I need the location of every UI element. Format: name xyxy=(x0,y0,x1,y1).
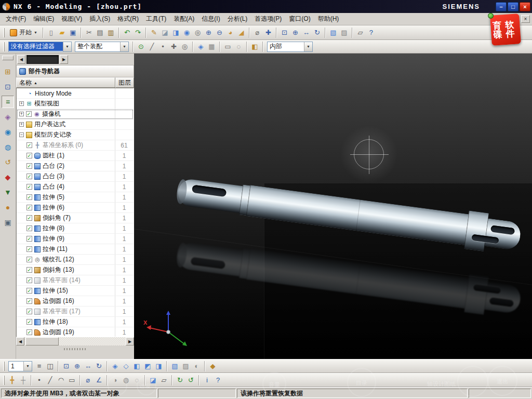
feature-checkbox[interactable]: ✓ xyxy=(26,205,32,210)
chevron-down-icon[interactable]: ▼ xyxy=(23,362,32,371)
toolbar-grip[interactable] xyxy=(3,362,5,371)
close-button[interactable]: × xyxy=(520,2,530,11)
tree-item[interactable]: + ✓ 用户表达式 xyxy=(17,119,134,130)
close-part-icon[interactable]: × xyxy=(521,15,530,23)
roles-icon[interactable]: ● xyxy=(2,201,14,214)
point-icon[interactable]: • xyxy=(34,375,45,385)
menu-item[interactable]: 插入(S) xyxy=(86,13,114,25)
system-scenes-icon[interactable]: ▣ xyxy=(2,216,14,229)
menu-item[interactable]: 编辑(E) xyxy=(30,13,58,25)
object-display-icon[interactable]: ◑ xyxy=(110,375,121,385)
tree-item[interactable]: ✓ 拉伸 (9) 1 xyxy=(17,234,134,244)
resource-bar-grip[interactable] xyxy=(2,56,14,60)
wireframe-icon[interactable]: ▨ xyxy=(180,361,191,371)
measure-distance-icon[interactable]: ⌀ xyxy=(83,375,94,385)
tree-item[interactable]: + ✓ 模型视图 xyxy=(17,99,134,109)
feature-checkbox[interactable]: ✓ xyxy=(26,184,32,190)
feature-checkbox[interactable]: ✓ xyxy=(26,225,32,231)
tree-item[interactable]: ✓ 拉伸 (6) 1 xyxy=(17,203,134,213)
information-icon[interactable]: i xyxy=(202,375,212,385)
history-palette-icon[interactable]: ↺ xyxy=(2,156,14,168)
panel-resize-grip[interactable] xyxy=(16,345,134,353)
start-menu-button[interactable]: 开始 ▼ xyxy=(7,27,41,38)
feature-checkbox[interactable]: ✓ xyxy=(26,111,32,117)
studio-render-icon[interactable]: ◐ xyxy=(191,361,202,371)
feature-checkbox[interactable]: ✓ xyxy=(26,142,32,148)
snap-point-icon[interactable]: ⊙ xyxy=(136,41,147,52)
feature-checkbox[interactable]: ✓ xyxy=(26,329,32,335)
front-view-icon[interactable]: ◧ xyxy=(131,361,142,371)
paste-icon[interactable]: ▥ xyxy=(105,27,116,38)
end-point-icon[interactable]: ╱ xyxy=(147,41,157,52)
rotate-icon[interactable]: ↻ xyxy=(94,361,104,371)
feature-checkbox[interactable]: ✓ xyxy=(26,319,32,325)
part-navigator-icon[interactable]: ≡ xyxy=(2,96,14,108)
minimize-button[interactable]: – xyxy=(496,2,507,11)
chevron-down-icon[interactable]: ▼ xyxy=(120,42,128,51)
menu-item[interactable]: 格式(R) xyxy=(114,13,142,25)
tree-item[interactable]: − ✓ 模型历史记录 xyxy=(17,130,134,140)
tree-item[interactable]: + ✓ 摄像机 xyxy=(17,109,134,119)
measure-icon[interactable]: ⌀ xyxy=(252,27,263,38)
tree-item[interactable]: ✓ History Mode xyxy=(17,88,134,99)
scrollbar-thumb[interactable] xyxy=(25,337,59,345)
cut-icon[interactable]: ✂ xyxy=(84,27,95,38)
clip-section-icon[interactable]: ◆ xyxy=(207,361,218,371)
edge-blend-icon[interactable]: ◕ xyxy=(225,27,236,38)
tab-scroll-left-icon[interactable]: ◀ xyxy=(17,55,25,64)
new-file-icon[interactable]: ▯ xyxy=(46,27,57,38)
feature-checkbox[interactable]: ✓ xyxy=(26,163,32,169)
refresh-icon[interactable]: ↻ xyxy=(175,375,185,385)
chamfer-icon[interactable]: ◢ xyxy=(236,27,247,38)
move-object-icon[interactable]: ✚ xyxy=(263,27,274,38)
sketch-icon[interactable]: ✎ xyxy=(149,27,159,38)
pan-icon[interactable]: ↔ xyxy=(83,361,94,371)
update-display-icon[interactable]: ↺ xyxy=(185,375,196,385)
datum-plane-icon[interactable]: ◪ xyxy=(159,27,170,38)
tree-item[interactable]: ✓ 凸台 (2) 1 xyxy=(17,161,134,171)
shaft-section-right[interactable] xyxy=(484,218,522,250)
menu-item[interactable]: 首选项(P) xyxy=(251,13,285,25)
feature-checkbox[interactable]: ✓ xyxy=(26,277,32,283)
tree-item[interactable]: ✓ 拉伸 (8) 1 xyxy=(17,223,134,234)
tree-item[interactable]: ✓ 拉伸 (11) 1 xyxy=(17,244,134,255)
feature-checkbox[interactable]: ✓ xyxy=(26,236,32,242)
tree-item[interactable]: ✓ 圆柱 (1) 1 xyxy=(17,151,134,161)
reuse-library-icon[interactable]: ◈ xyxy=(2,111,14,123)
rotate-view-icon[interactable]: ↻ xyxy=(312,27,323,38)
arc-icon[interactable]: ◠ xyxy=(56,375,66,385)
range-combo[interactable]: 内部 ▼ xyxy=(267,42,313,52)
selection-filter-combo[interactable]: 没有选择过滤器 ▼ xyxy=(8,42,72,52)
menu-item[interactable]: 文件(F) xyxy=(2,13,30,25)
rect-select-icon[interactable]: ▭ xyxy=(222,41,233,52)
feature-checkbox[interactable]: ✓ xyxy=(26,215,32,221)
layer-settings-icon[interactable]: ≡ xyxy=(34,361,45,371)
immediate-hide-icon[interactable]: ◌ xyxy=(131,375,142,385)
open-icon[interactable]: ▰ xyxy=(57,27,68,38)
tree-item[interactable]: ✓ 基准平面 (14) 1 xyxy=(17,275,134,286)
zoom-in-icon[interactable]: ⊕ xyxy=(290,27,301,38)
internet-browser-icon[interactable]: ◍ xyxy=(2,141,14,153)
menu-item[interactable]: 帮助(H) xyxy=(314,13,343,25)
menu-item[interactable]: 工具(T) xyxy=(142,13,170,25)
expand-toggle-icon[interactable]: − xyxy=(19,132,24,137)
pan-icon[interactable]: ↔ xyxy=(301,27,312,38)
feature-checkbox[interactable]: ✓ xyxy=(26,309,32,314)
tree-item[interactable]: ✓ 基准平面 (17) 1 xyxy=(17,307,134,317)
unite-icon[interactable]: ⊕ xyxy=(203,27,214,38)
intersection-icon[interactable]: ✚ xyxy=(168,41,179,52)
layer-visible-icon[interactable]: ◫ xyxy=(45,361,56,371)
feature-checkbox[interactable]: ✓ xyxy=(26,267,32,273)
wcs-origin-icon[interactable]: ┼ xyxy=(18,375,29,385)
work-layer-combo[interactable]: 1 ▼ xyxy=(8,361,32,371)
help-icon[interactable]: ? xyxy=(212,375,223,385)
save-icon[interactable]: ▣ xyxy=(68,27,78,38)
feature-checkbox[interactable]: ✓ xyxy=(26,298,32,304)
select-solid-icon[interactable]: ◈ xyxy=(195,41,206,52)
show-hide-icon[interactable]: ◍ xyxy=(121,375,131,385)
tree-item[interactable]: ✓ 倒斜角 (7) 1 xyxy=(17,213,134,223)
copy-icon[interactable]: ▤ xyxy=(95,27,105,38)
toolbar-grip[interactable] xyxy=(3,376,5,385)
new-window-icon[interactable]: ▱ xyxy=(355,27,366,38)
tree-item[interactable]: ✓ 凸台 (3) 1 xyxy=(17,171,134,182)
